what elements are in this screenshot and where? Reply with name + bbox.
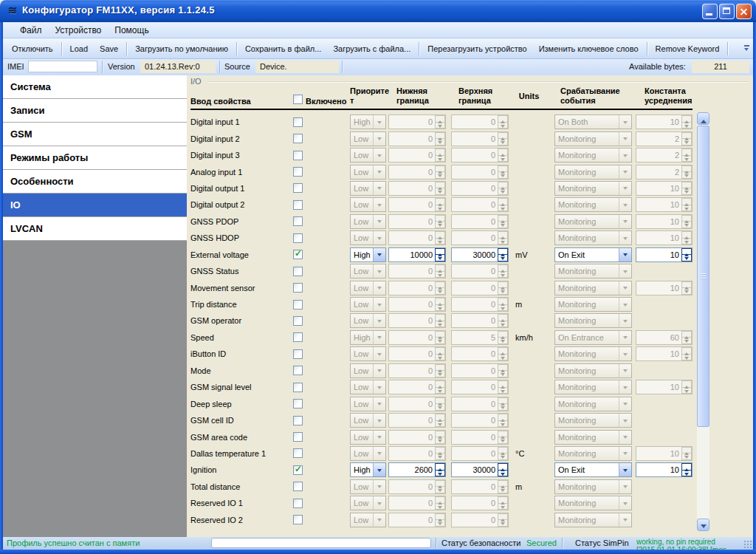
enabled-checkbox[interactable]: ✓ [293, 300, 303, 310]
chevron-down-icon [373, 264, 385, 278]
enabled-checkbox[interactable]: ✓ [293, 233, 303, 243]
enabled-checkbox[interactable]: ✓ [293, 432, 303, 442]
enabled-checkbox[interactable]: ✓ [293, 200, 303, 210]
enabled-checkbox[interactable]: ✓ [293, 283, 303, 293]
sidebar-item-режимы-работы[interactable]: Режимы работы [3, 146, 187, 170]
scrollbar[interactable] [697, 112, 709, 531]
priority-combobox: Low [350, 181, 386, 196]
event-combobox: Monitoring [554, 430, 632, 445]
available-bytes-value: 211 [692, 61, 749, 73]
enabled-checkbox[interactable]: ✓ [293, 416, 303, 425]
enabled-checkbox[interactable]: ✓ [293, 134, 303, 143]
toolbar-overflow-button[interactable] [743, 41, 752, 56]
scroll-thumb[interactable] [697, 126, 709, 427]
toolbar-button[interactable]: Отключить [6, 41, 59, 56]
spin-down-icon [682, 338, 691, 343]
spin-down-icon [682, 471, 691, 476]
scroll-down-button[interactable] [697, 519, 709, 531]
event-combobox[interactable]: On Exit [554, 462, 632, 477]
minimize-button[interactable] [702, 4, 718, 19]
menu-item-файл[interactable]: Файл [13, 24, 49, 37]
spin-up-icon [498, 431, 507, 438]
version-label: Version [108, 62, 135, 71]
spin-up-icon [682, 332, 691, 338]
spin-up-icon [436, 315, 444, 321]
averaging-spinner: 2 [636, 148, 693, 163]
enable-all-checkbox[interactable]: ✓ [293, 95, 303, 104]
enabled-checkbox[interactable]: ✓ [293, 250, 303, 259]
spin-down-icon [436, 388, 444, 394]
sidebar-item-система[interactable]: Система [3, 75, 187, 99]
toolbar-button[interactable]: Перезагрузить устройство [422, 41, 532, 56]
menu-item-помощь[interactable]: Помощь [108, 24, 155, 37]
enabled-checkbox[interactable]: ✓ [293, 183, 303, 193]
info-bar: IMEI Version 01.24.13.Rev:0 Source Devic… [3, 59, 753, 76]
toolbar-button[interactable]: Загрузить с файла... [327, 41, 416, 56]
event-combobox: Monitoring [554, 197, 632, 212]
chevron-down-icon [619, 447, 631, 460]
spin-down-icon [498, 404, 507, 410]
priority-combobox: Low [350, 264, 386, 278]
event-combobox: Monitoring [554, 346, 632, 361]
toolbar-button[interactable]: Load [64, 41, 94, 56]
enabled-checkbox[interactable]: ✓ [293, 316, 303, 326]
menu-item-устройство[interactable]: Устройство [49, 24, 109, 37]
enabled-checkbox[interactable]: ✓ [293, 167, 303, 177]
chevron-down-icon [619, 347, 631, 360]
enabled-checkbox[interactable]: ✓ [293, 332, 303, 342]
sidebar-item-записи[interactable]: Записи [3, 99, 187, 123]
sidebar-item-gsm[interactable]: GSM [3, 123, 187, 146]
imei-input[interactable] [28, 61, 97, 72]
toolbar-button[interactable]: Изменить ключевое слово [533, 41, 645, 56]
enabled-checkbox[interactable]: ✓ [293, 117, 303, 127]
averaging-spinner[interactable]: 10 [636, 462, 693, 477]
spin-up-icon [436, 249, 444, 256]
resize-grip[interactable] [743, 540, 752, 549]
low-limit-spinner[interactable]: 2600 [388, 462, 446, 477]
averaging-spinner[interactable]: 10 [636, 247, 693, 262]
low-limit-spinner[interactable]: 10000 [388, 247, 446, 262]
high-limit-spinner[interactable]: 30000 [451, 247, 509, 262]
toolbar-button[interactable]: Сохранить в файл... [239, 41, 328, 56]
enabled-checkbox[interactable]: ✓ [293, 267, 303, 276]
maximize-button[interactable] [719, 4, 735, 19]
title-bar[interactable]: ≋ Конфигуратор FM11XX, версия 1.1.24.5 [0, 0, 756, 22]
spin-up-icon [498, 199, 507, 205]
priority-combobox[interactable]: High [350, 462, 386, 477]
enabled-checkbox[interactable]: ✓ [293, 465, 303, 475]
enabled-checkbox[interactable]: ✓ [293, 399, 303, 408]
enabled-checkbox[interactable]: ✓ [293, 499, 303, 508]
event-combobox: Monitoring [554, 446, 632, 461]
toolbar-button[interactable]: Загрузить по умолчанию [129, 41, 234, 56]
low-limit-spinner: 0 [388, 114, 446, 129]
averaging-spinner: 10 [636, 197, 693, 212]
high-limit-spinner[interactable]: 30000 [451, 462, 509, 477]
enabled-checkbox[interactable]: ✓ [293, 216, 303, 226]
enabled-checkbox[interactable]: ✓ [293, 383, 303, 392]
spin-up-icon [682, 182, 691, 189]
sidebar-item-io[interactable]: IO [3, 194, 187, 217]
statusbar-separator [562, 538, 563, 549]
toolbar-button[interactable]: Save [94, 41, 124, 56]
enabled-checkbox[interactable]: ✓ [293, 482, 303, 491]
sidebar-item-особенности[interactable]: Особенности [3, 170, 187, 194]
scroll-up-button[interactable] [697, 112, 709, 125]
enabled-checkbox[interactable]: ✓ [293, 448, 303, 458]
enabled-checkbox[interactable]: ✓ [293, 366, 303, 375]
high-limit-spinner: 0 [451, 230, 509, 245]
io-table-row: GNSS Status✓Low00Monitoring [190, 263, 693, 279]
available-bytes-label: Available bytes: [629, 62, 686, 71]
sidebar-item-lvcan[interactable]: LVCAN [3, 217, 187, 241]
event-combobox: On Entrance [554, 330, 632, 345]
enabled-checkbox[interactable]: ✓ [293, 349, 303, 359]
infobar-separator [102, 61, 103, 73]
low-limit-spinner: 0 [388, 330, 446, 345]
toolbar-button[interactable]: Remove Keyword [650, 41, 726, 56]
event-combobox[interactable]: On Exit [554, 247, 632, 262]
priority-combobox[interactable]: High [350, 247, 386, 262]
enabled-checkbox[interactable]: ✓ [293, 151, 303, 160]
low-limit-spinner: 0 [388, 148, 446, 163]
enabled-checkbox[interactable]: ✓ [293, 515, 303, 524]
close-button[interactable] [736, 4, 752, 19]
chevron-down-icon [373, 281, 385, 295]
